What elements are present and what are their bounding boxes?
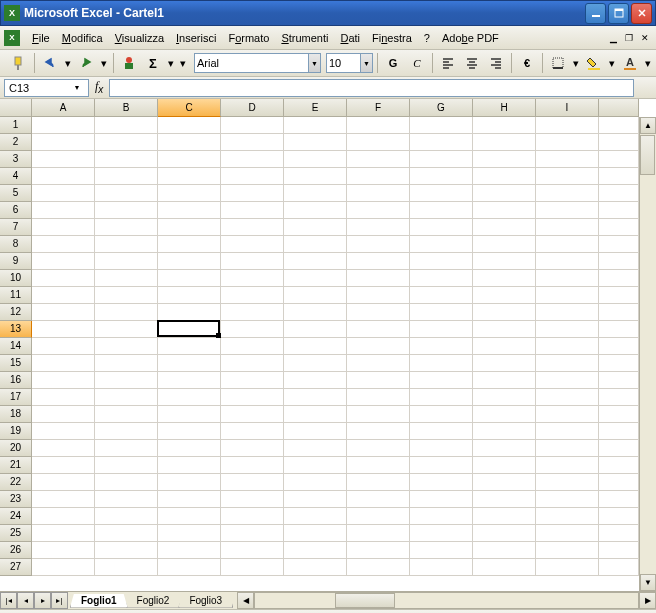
row-header-15[interactable]: 15 [0,355,32,372]
bold-button[interactable]: G [382,52,404,74]
cell[interactable] [473,423,536,440]
cell[interactable] [410,372,473,389]
column-header-G[interactable]: G [410,99,473,117]
select-all-corner[interactable] [0,99,32,117]
cell[interactable] [347,117,410,134]
cell[interactable] [410,117,473,134]
cell[interactable] [536,474,599,491]
cell[interactable] [536,372,599,389]
scroll-up-button[interactable]: ▲ [640,117,656,134]
cell[interactable] [599,372,639,389]
menu-modifica[interactable]: Modifica [56,30,109,46]
row-header-23[interactable]: 23 [0,491,32,508]
cell[interactable] [158,253,221,270]
cell[interactable] [347,219,410,236]
cell[interactable] [32,474,95,491]
cell[interactable] [32,406,95,423]
cell[interactable] [599,151,639,168]
row-header-2[interactable]: 2 [0,134,32,151]
cell[interactable] [95,406,158,423]
doc-restore-button[interactable]: ❐ [622,31,636,45]
cell[interactable] [158,525,221,542]
cell[interactable] [221,202,284,219]
column-header-B[interactable]: B [95,99,158,117]
cell[interactable] [95,525,158,542]
cell[interactable] [32,304,95,321]
cell[interactable] [32,355,95,372]
cell[interactable] [599,542,639,559]
row-header-12[interactable]: 12 [0,304,32,321]
row-header-5[interactable]: 5 [0,185,32,202]
cell[interactable] [599,321,639,338]
cell[interactable] [536,423,599,440]
row-header-3[interactable]: 3 [0,151,32,168]
cell[interactable] [221,559,284,576]
cell[interactable] [221,253,284,270]
cell[interactable] [95,134,158,151]
cell[interactable] [473,287,536,304]
cell[interactable] [473,355,536,372]
cell[interactable] [347,151,410,168]
hscroll-thumb[interactable] [335,593,395,608]
redo-dropdown[interactable]: ▾ [99,52,109,74]
cell[interactable] [473,321,536,338]
cell[interactable] [158,219,221,236]
cell[interactable] [347,338,410,355]
cell[interactable] [32,321,95,338]
cell[interactable] [473,253,536,270]
cell[interactable] [599,406,639,423]
cell[interactable] [473,168,536,185]
cell[interactable] [599,389,639,406]
cell[interactable] [284,134,347,151]
row-header-27[interactable]: 27 [0,559,32,576]
cell[interactable] [536,525,599,542]
cell[interactable] [536,236,599,253]
cell[interactable] [536,389,599,406]
cell[interactable] [95,423,158,440]
cell[interactable] [599,236,639,253]
cell[interactable] [32,525,95,542]
cell[interactable] [536,304,599,321]
cell[interactable] [32,372,95,389]
cell[interactable] [158,559,221,576]
font-size-selector[interactable] [326,53,361,73]
cell[interactable] [536,491,599,508]
fill-color-dropdown[interactable]: ▾ [607,52,617,74]
sheet-tab-Foglio2[interactable]: Foglio2 [126,594,181,608]
cell[interactable] [599,491,639,508]
cell[interactable] [284,491,347,508]
cell[interactable] [410,202,473,219]
cell[interactable] [599,219,639,236]
cell[interactable] [95,338,158,355]
font-selector[interactable] [194,53,309,73]
cell[interactable] [158,185,221,202]
column-header-H[interactable]: H [473,99,536,117]
cell[interactable] [32,202,95,219]
cell[interactable] [32,236,95,253]
cell[interactable] [536,321,599,338]
scroll-right-button[interactable]: ▶ [639,592,656,609]
cell[interactable] [221,338,284,355]
cell[interactable] [347,185,410,202]
cell[interactable] [284,406,347,423]
cell[interactable] [95,372,158,389]
cell[interactable] [95,185,158,202]
cell[interactable] [473,270,536,287]
cell[interactable] [284,508,347,525]
cell[interactable] [410,389,473,406]
cell[interactable] [32,508,95,525]
menu-strumenti[interactable]: Strumenti [275,30,334,46]
cell[interactable] [410,508,473,525]
font-color-dropdown[interactable]: ▾ [643,52,653,74]
cell[interactable] [32,491,95,508]
cell[interactable] [410,355,473,372]
row-header-24[interactable]: 24 [0,508,32,525]
cell[interactable] [410,474,473,491]
cell[interactable] [221,219,284,236]
cell[interactable] [536,185,599,202]
row-header-8[interactable]: 8 [0,236,32,253]
column-header-partial[interactable] [599,99,639,117]
cell[interactable] [473,491,536,508]
cell[interactable] [347,559,410,576]
permissions-button[interactable] [118,52,140,74]
